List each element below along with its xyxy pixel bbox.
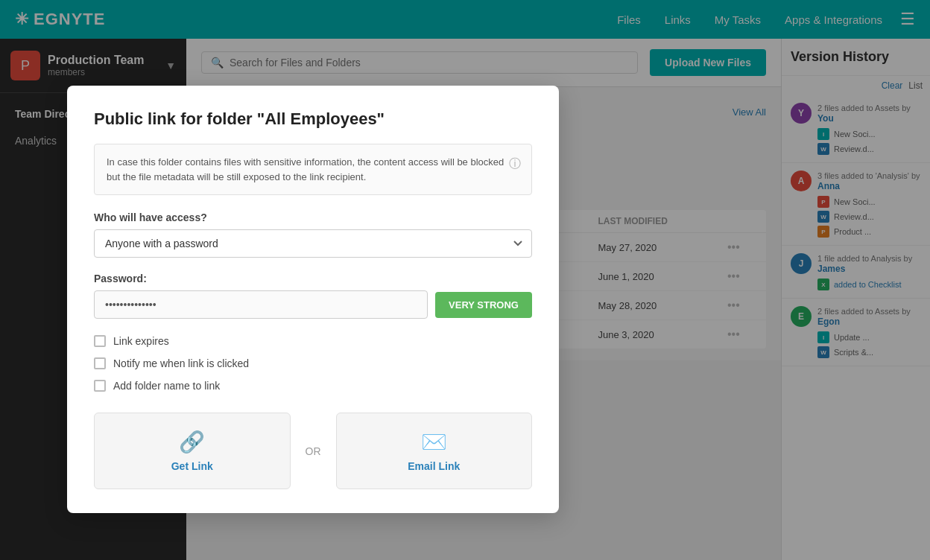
modal-overlay[interactable]: Public link for folder "All Employees" I… xyxy=(0,0,930,560)
password-row: VERY STRONG xyxy=(94,290,532,319)
public-link-modal: Public link for folder "All Employees" I… xyxy=(67,86,559,513)
notify-clicked-label: Notify me when link is clicked xyxy=(113,357,249,369)
strength-indicator: VERY STRONG xyxy=(435,292,532,318)
add-folder-name-row[interactable]: Add folder name to link xyxy=(94,380,532,392)
modal-actions: 🔗 Get Link OR ✉️ Email Link xyxy=(94,413,532,489)
access-select[interactable]: Anyone with a password Anyone Only speci… xyxy=(94,229,532,258)
link-expires-row[interactable]: Link expires xyxy=(94,335,532,347)
info-icon: ⓘ xyxy=(509,155,521,173)
add-folder-name-label: Add folder name to link xyxy=(113,380,220,392)
password-label: Password: xyxy=(94,273,532,284)
link-expires-checkbox[interactable] xyxy=(94,335,106,347)
link-expires-label: Link expires xyxy=(113,335,169,347)
get-link-button[interactable]: 🔗 Get Link xyxy=(94,413,291,489)
modal-notice: In case this folder contains files with … xyxy=(94,144,532,195)
link-icon: 🔗 xyxy=(179,430,205,454)
get-link-label: Get Link xyxy=(171,460,213,472)
notice-text: In case this folder contains files with … xyxy=(107,156,504,182)
password-section: Password: VERY STRONG xyxy=(94,273,532,319)
email-link-label: Email Link xyxy=(408,460,460,472)
email-link-button[interactable]: ✉️ Email Link xyxy=(336,413,533,489)
or-divider: OR xyxy=(291,445,336,457)
notify-clicked-row[interactable]: Notify me when link is clicked xyxy=(94,357,532,369)
notify-clicked-checkbox[interactable] xyxy=(94,357,106,369)
password-input[interactable] xyxy=(94,290,428,319)
access-label: Who will have access? xyxy=(94,211,532,223)
email-icon: ✉️ xyxy=(421,430,447,454)
modal-title: Public link for folder "All Employees" xyxy=(94,109,532,129)
add-folder-name-checkbox[interactable] xyxy=(94,380,106,392)
